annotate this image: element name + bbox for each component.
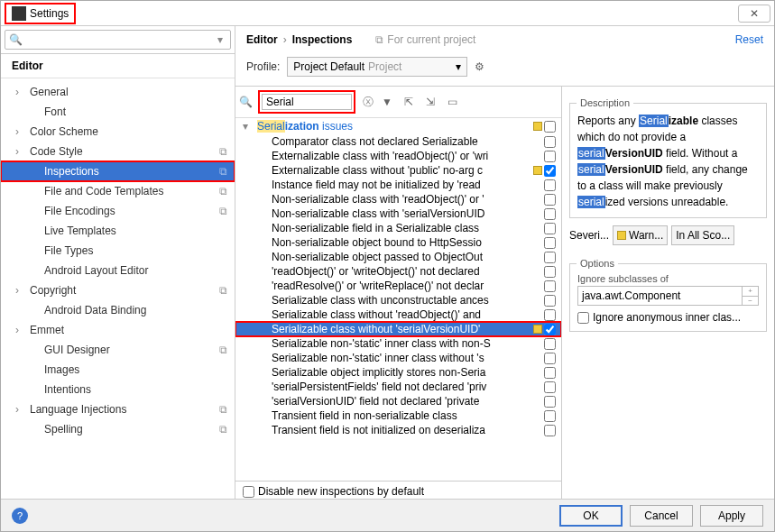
- tree-item-general[interactable]: ›General: [1, 82, 235, 102]
- inspection-row[interactable]: 'serialPersistentFields' field not decla…: [235, 380, 561, 394]
- ignore-anonymous-checkbox[interactable]: Ignore anonymous inner clas...: [577, 311, 759, 324]
- inspection-row[interactable]: Serializable non-'static' inner class wi…: [235, 351, 561, 365]
- inspection-row[interactable]: 'readObject()' or 'writeObject()' not de…: [235, 264, 561, 279]
- chevron-right-icon: ›: [15, 145, 19, 158]
- inspection-checkbox[interactable]: [544, 252, 556, 263]
- close-button[interactable]: ✕: [738, 5, 770, 23]
- inspection-checkbox[interactable]: [544, 425, 556, 436]
- inspection-checkbox[interactable]: [544, 381, 556, 393]
- scope-select[interactable]: In All Sco...: [671, 225, 734, 245]
- severity-select[interactable]: Warn...: [613, 225, 668, 245]
- inspection-checkbox[interactable]: [544, 136, 556, 148]
- inspection-row[interactable]: Serializable class with unconstructable …: [235, 293, 561, 307]
- inspection-row[interactable]: Serializable class without 'serialVersio…: [235, 322, 561, 336]
- tree-item-spelling[interactable]: Spelling⧉: [1, 419, 235, 439]
- inspection-checkbox[interactable]: [544, 208, 556, 220]
- tree-item-emmet[interactable]: ›Emmet: [1, 320, 235, 340]
- remove-button[interactable]: −: [743, 297, 758, 306]
- inspection-checkbox[interactable]: [544, 280, 556, 292]
- tree-item-label: Copyright: [30, 284, 76, 297]
- tree-item-language-injections[interactable]: ›Language Injections⧉: [1, 399, 235, 419]
- tree-item-label: Spelling: [44, 423, 83, 436]
- inspection-checkbox[interactable]: [544, 237, 556, 249]
- inspection-label: Instance field may not be initialized by…: [272, 179, 540, 191]
- reset-link[interactable]: Reset: [735, 33, 763, 46]
- inspection-row[interactable]: Transient field is not initialized on de…: [235, 423, 561, 437]
- inspection-row[interactable]: Non-serializable field in a Serializable…: [235, 221, 561, 235]
- tree-item-android-data-binding[interactable]: Android Data Binding: [1, 300, 235, 320]
- inspection-checkbox[interactable]: [544, 179, 556, 191]
- inspection-list[interactable]: ▾Serialization issuesComparator class no…: [235, 117, 561, 481]
- inspection-row[interactable]: Externalizable class with 'readObject()'…: [235, 149, 561, 163]
- apply-button[interactable]: Apply: [700, 505, 763, 527]
- settings-tree[interactable]: ›GeneralFont›Color Scheme›Code Style⧉Ins…: [1, 78, 235, 501]
- collapse-all-icon[interactable]: ⇲: [422, 94, 438, 110]
- inspection-checkbox[interactable]: [544, 194, 556, 206]
- inspection-checkbox[interactable]: [544, 353, 556, 364]
- inspection-checkbox[interactable]: [544, 309, 556, 321]
- inspection-row[interactable]: 'readResolve()' or 'writeReplace()' not …: [235, 279, 561, 293]
- inspection-filter-input[interactable]: Serial: [262, 94, 352, 110]
- settings-icon[interactable]: ▭: [444, 94, 460, 110]
- tree-item-inspections[interactable]: Inspections⧉: [1, 161, 235, 181]
- help-icon[interactable]: ?: [12, 508, 28, 524]
- search-icon: 🔍: [239, 96, 253, 108]
- titlebar: Settings ✕: [1, 1, 774, 26]
- expand-all-icon[interactable]: ⇱: [401, 94, 417, 110]
- inspection-row[interactable]: Non-serializable class with 'serialVersi…: [235, 206, 561, 221]
- copy-icon: ⧉: [375, 33, 383, 46]
- tree-item-color-scheme[interactable]: ›Color Scheme: [1, 122, 235, 142]
- clear-filter-icon[interactable]: ⓧ: [363, 95, 374, 110]
- tree-item-label: Inspections: [44, 165, 99, 178]
- inspection-label: 'serialVersionUID' field not declared 'p…: [272, 395, 540, 408]
- inspection-row[interactable]: Comparator class not declared Serializab…: [235, 134, 561, 149]
- search-icon: 🔍: [9, 33, 22, 46]
- tree-item-font[interactable]: Font: [1, 102, 235, 122]
- tree-item-code-style[interactable]: ›Code Style⧉: [1, 142, 235, 161]
- gear-icon[interactable]: ⚙: [475, 60, 484, 73]
- settings-search-input[interactable]: 🔍 ▾: [5, 30, 231, 50]
- inspection-checkbox[interactable]: [544, 151, 556, 162]
- inspection-row[interactable]: Externalizable class without 'public' no…: [235, 163, 561, 178]
- inspection-row[interactable]: Non-serializable class with 'readObject(…: [235, 192, 561, 206]
- tree-item-intentions[interactable]: Intentions: [1, 380, 235, 399]
- inspection-group[interactable]: ▾Serialization issues: [235, 118, 561, 134]
- inspection-checkbox[interactable]: [544, 165, 556, 177]
- tree-item-android-layout-editor[interactable]: Android Layout Editor: [1, 261, 235, 280]
- tree-item-label: Intentions: [44, 383, 91, 396]
- inspection-row[interactable]: 'serialVersionUID' field not declared 'p…: [235, 394, 561, 408]
- add-button[interactable]: +: [743, 287, 758, 297]
- profile-select[interactable]: Project DefaultProject ▾: [287, 57, 467, 77]
- inspection-label: 'readObject()' or 'writeObject()' not de…: [272, 265, 540, 278]
- inspection-checkbox[interactable]: [544, 396, 556, 408]
- inspection-checkbox[interactable]: [544, 367, 556, 379]
- tree-item-label: Images: [44, 363, 79, 376]
- inspection-checkbox[interactable]: [544, 324, 556, 335]
- tree-item-label: Code Style: [30, 145, 83, 158]
- tree-item-file-types[interactable]: File Types: [1, 241, 235, 261]
- inspection-checkbox[interactable]: [544, 266, 556, 278]
- inspection-row[interactable]: Non-serializable object bound to HttpSes…: [235, 235, 561, 250]
- ok-button[interactable]: OK: [559, 505, 623, 527]
- inspection-checkbox[interactable]: [544, 223, 556, 234]
- inspection-checkbox[interactable]: [544, 410, 556, 422]
- tree-item-images[interactable]: Images: [1, 360, 235, 380]
- inspection-label: Non-serializable object passed to Object…: [272, 251, 540, 263]
- tree-item-gui-designer[interactable]: GUI Designer⧉: [1, 340, 235, 360]
- tree-item-live-templates[interactable]: Live Templates: [1, 221, 235, 241]
- filter-icon[interactable]: ▼: [379, 94, 395, 110]
- tree-item-file-and-code-templates[interactable]: File and Code Templates⧉: [1, 181, 235, 201]
- chevron-down-icon: ▾: [214, 33, 226, 46]
- inspection-row[interactable]: Serializable class without 'readObject()…: [235, 307, 561, 322]
- inspection-row[interactable]: Non-serializable object passed to Object…: [235, 250, 561, 264]
- inspection-row[interactable]: Serializable non-'static' inner class wi…: [235, 336, 561, 351]
- ignore-subclass-input[interactable]: java.awt.Component: [577, 286, 743, 306]
- inspection-checkbox[interactable]: [544, 338, 556, 350]
- inspection-row[interactable]: Instance field may not be initialized by…: [235, 178, 561, 192]
- inspection-row[interactable]: Serializable object implicitly stores no…: [235, 365, 561, 380]
- inspection-checkbox[interactable]: [544, 295, 556, 307]
- cancel-button[interactable]: Cancel: [630, 505, 693, 527]
- tree-item-file-encodings[interactable]: File Encodings⧉: [1, 201, 235, 221]
- tree-item-copyright[interactable]: ›Copyright⧉: [1, 280, 235, 300]
- inspection-row[interactable]: Transient field in non-serializable clas…: [235, 408, 561, 423]
